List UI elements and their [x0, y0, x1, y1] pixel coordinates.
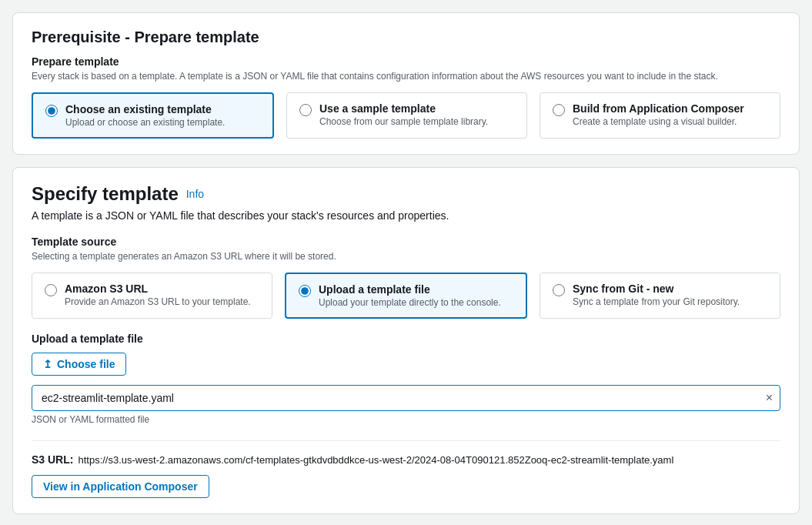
s3-url-value: https://s3.us-west-2.amazonaws.com/cf-te…	[78, 454, 673, 466]
option-existing-template[interactable]: Choose an existing template Upload or ch…	[32, 92, 274, 139]
source-upload-desc: Upload your template directly to the con…	[319, 297, 501, 308]
radio-composer[interactable]	[553, 104, 565, 116]
option-existing-title: Choose an existing template	[65, 103, 225, 115]
option-composer-template[interactable]: Build from Application Composer Create a…	[540, 92, 780, 139]
source-git-title: Sync from Git - new	[573, 283, 740, 295]
s3-url-label: S3 URL:	[32, 453, 73, 466]
template-source-options: Amazon S3 URL Provide an Amazon S3 URL t…	[32, 273, 780, 319]
option-sample-desc: Choose from our sample template library.	[319, 116, 488, 127]
upload-template-label: Upload a template file	[32, 333, 780, 345]
option-composer-desc: Create a template using a visual builder…	[573, 116, 744, 127]
specify-template-title: Specify template	[32, 183, 179, 205]
specify-template-desc: A template is a JSON or YAML file that d…	[32, 209, 780, 222]
option-composer-title: Build from Application Composer	[573, 102, 744, 115]
prerequisite-card: Prerequisite - Prepare template Prepare …	[12, 12, 800, 155]
option-sample-title: Use a sample template	[319, 102, 488, 115]
source-upload-title: Upload a template file	[319, 283, 501, 296]
choose-file-button[interactable]: ↥ Choose file	[32, 353, 126, 376]
file-name-input[interactable]	[32, 385, 780, 411]
radio-existing[interactable]	[45, 105, 58, 117]
radio-s3[interactable]	[45, 284, 57, 296]
prepare-template-desc: Every stack is based on a template. A te…	[32, 71, 780, 82]
upload-icon: ↥	[43, 358, 52, 370]
template-source-label: Template source	[32, 236, 780, 248]
s3-url-row: S3 URL: https://s3.us-west-2.amazonaws.c…	[32, 453, 780, 466]
clear-file-button[interactable]: ×	[766, 391, 773, 405]
file-format-hint: JSON or YAML formatted file	[32, 414, 780, 425]
specify-template-card: Specify template Info A template is a JS…	[12, 167, 800, 514]
source-s3-title: Amazon S3 URL	[65, 283, 251, 295]
source-git-desc: Sync a template from your Git repository…	[573, 296, 740, 307]
source-option-s3[interactable]: Amazon S3 URL Provide an Amazon S3 URL t…	[32, 273, 272, 319]
source-option-git[interactable]: Sync from Git - new Sync a template from…	[540, 273, 780, 319]
close-icon: ×	[766, 391, 773, 405]
prepare-template-options: Choose an existing template Upload or ch…	[32, 92, 780, 139]
view-application-composer-button[interactable]: View in Application Composer	[32, 475, 209, 498]
option-sample-template[interactable]: Use a sample template Choose from our sa…	[286, 92, 527, 139]
prepare-template-label: Prepare template	[32, 55, 780, 68]
radio-git[interactable]	[553, 284, 565, 296]
option-existing-desc: Upload or choose an existing template.	[65, 117, 225, 128]
file-input-row: ×	[32, 385, 780, 411]
source-option-upload[interactable]: Upload a template file Upload your templ…	[285, 273, 527, 319]
radio-upload[interactable]	[299, 285, 311, 297]
prerequisite-title: Prerequisite - Prepare template	[32, 28, 780, 46]
source-s3-desc: Provide an Amazon S3 URL to your templat…	[65, 296, 251, 307]
template-source-desc: Selecting a template generates an Amazon…	[32, 251, 780, 262]
radio-sample[interactable]	[299, 104, 312, 116]
info-link[interactable]: Info	[186, 188, 204, 200]
s3-section: S3 URL: https://s3.us-west-2.amazonaws.c…	[32, 440, 780, 498]
